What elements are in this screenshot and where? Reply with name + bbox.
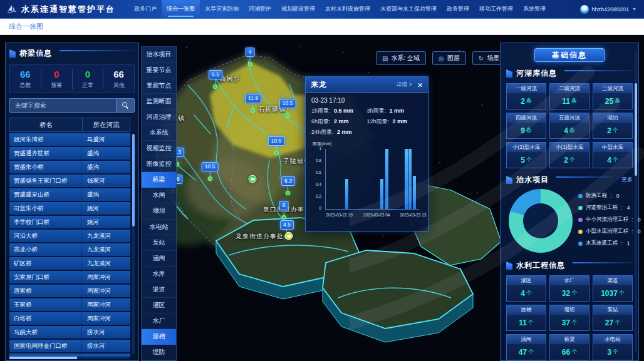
- table-vertical-scrollbar[interactable]: [132, 134, 135, 354]
- table-row[interactable]: 马跳大桥 捞水河: [9, 326, 130, 338]
- legend-colon: :: [610, 193, 613, 199]
- popup-body: 03-23 17:10 1h雨量: 0.5 mm 3h雨量: 1 mm 6h雨量…: [306, 93, 428, 220]
- camera-icon[interactable]: [285, 232, 293, 240]
- map-control-button[interactable]: ◎ 图层: [432, 51, 466, 65]
- camera-icon[interactable]: [249, 175, 257, 183]
- top-bar: 水系连通智慧管护平台 政务门户 综合一张图 水旱灾害防御 河湖管护 规划建设管理…: [0, 0, 644, 19]
- layer-menu-item[interactable]: 治水项目: [142, 47, 176, 63]
- popup-detail-link[interactable]: 详情 >: [396, 81, 412, 89]
- table-row[interactable]: 王家桥 周家冲河: [9, 298, 130, 311]
- station-marker[interactable]: 10.5: [202, 162, 219, 181]
- rainfall-reading: 1h雨量: 0.5 mm: [311, 107, 367, 115]
- scrollbar-thumb[interactable]: [635, 83, 637, 176]
- right-panel-scrollbar[interactable]: [635, 51, 637, 353]
- table-row[interactable]: 贾盛朱小桥 盛沟: [9, 161, 130, 173]
- nav-item[interactable]: 移动工作管理: [474, 0, 518, 18]
- station-marker[interactable]: 11.9: [245, 94, 261, 113]
- scrollbar-thumb[interactable]: [132, 134, 135, 226]
- search-button[interactable]: [116, 98, 135, 113]
- nav-item[interactable]: 农村水利设施管理: [320, 0, 375, 18]
- layer-menu-item[interactable]: 河道治理: [142, 109, 176, 125]
- station-marker[interactable]: 4: [246, 48, 255, 66]
- layer-menu-item[interactable]: 泵站: [142, 235, 176, 251]
- rivers-lakes-section: 河湖库信息 一级河流 2 条 二级河流: [506, 68, 633, 168]
- station-marker[interactable]: 6.5: [209, 70, 222, 89]
- layer-menu-item[interactable]: 渠道: [142, 282, 176, 298]
- search-input[interactable]: [9, 98, 116, 113]
- table-row[interactable]: 贾盛锦鱼王家门口桥 钱家河: [9, 175, 130, 187]
- nav-item[interactable]: 河湖管护: [244, 0, 276, 18]
- table-horizontal-scrollbar[interactable]: [9, 357, 130, 359]
- table-row[interactable]: 贾盛通齐世桥 盛沟: [9, 147, 130, 160]
- table-row[interactable]: 唐家桥 周家冲河: [9, 285, 130, 297]
- table-row[interactable]: 高龙小桥 九龙溪河: [9, 243, 130, 256]
- rain-bar: [345, 179, 348, 209]
- table-row[interactable]: 李学校门口桥 姚河: [9, 216, 130, 228]
- rainfall-value: 2 mm: [393, 118, 408, 125]
- close-icon[interactable]: ×: [417, 80, 423, 89]
- table-row[interactable]: 白塔桥 周家冲河: [9, 312, 130, 325]
- layer-menu-item[interactable]: 景观节点: [142, 78, 176, 94]
- layer-menu-item[interactable]: 重要节点: [142, 63, 176, 78]
- tile-label: 渡槽: [507, 305, 546, 315]
- river-cell: 盛沟: [81, 147, 130, 160]
- section-divider: [556, 176, 614, 178]
- table-row[interactable]: 姚河朱湾桥 马盛河: [9, 133, 130, 146]
- layer-menu-item[interactable]: 灌区: [142, 298, 176, 313]
- x-tick: 2023-03-23 13: [400, 213, 426, 217]
- map-control-button[interactable]: ▤ 水系: 全域: [376, 51, 426, 65]
- nav-item[interactable]: 规划建设管理: [276, 0, 320, 18]
- table-row[interactable]: 国家电网理金门口桥 捞水河: [9, 340, 130, 352]
- nav-item[interactable]: 政务管理: [442, 0, 474, 18]
- basic-info-tab-button[interactable]: 基础信息: [534, 48, 605, 62]
- bridge-name-cell: 贾盛锦鱼王家门口桥: [9, 175, 81, 187]
- engineering-section: 水利工程信息 灌区 4 个 水厂: [506, 260, 633, 360]
- nav-item[interactable]: 政务门户: [129, 0, 162, 18]
- map-control-label: 场景: [487, 54, 499, 63]
- layer-menu-item[interactable]: 水厂: [142, 313, 176, 329]
- table-row[interactable]: 安家屋门口桥 周家冲河: [9, 271, 130, 283]
- more-link[interactable]: 更多: [621, 176, 633, 184]
- nav-item[interactable]: 水旱灾害防御: [200, 0, 244, 18]
- tile-label: 四级河流: [507, 113, 546, 123]
- station-marker[interactable]: 6.3: [281, 176, 295, 195]
- layer-menu-item[interactable]: 水库: [142, 267, 176, 282]
- layer-menu-item[interactable]: 涵闸: [142, 251, 176, 267]
- bridge-name-cell: 司堂朱小桥: [9, 202, 81, 215]
- table-row[interactable]: 矿区桥 九龙溪河: [9, 257, 130, 270]
- marker-dot-icon: [213, 84, 217, 89]
- layer-menu-item[interactable]: 水电站: [142, 220, 176, 235]
- table-row[interactable]: 司堂朱小桥 姚河: [9, 202, 130, 215]
- layer-menu-item[interactable]: 渡槽: [142, 329, 176, 345]
- tile-value: 3: [607, 348, 611, 357]
- layer-menu-item[interactable]: 图像监控: [142, 156, 176, 172]
- scrollbar-thumb[interactable]: [9, 357, 77, 359]
- rainfall-value: 2 mm: [337, 129, 352, 135]
- nav-item[interactable]: 系统管理: [518, 0, 551, 18]
- station-marker[interactable]: 10.5: [279, 99, 296, 118]
- stat-tile: 五级河流 4 条: [549, 113, 589, 139]
- layer-menu-item[interactable]: 堰坝: [142, 203, 176, 219]
- layer-menu-item[interactable]: 水闸: [142, 188, 176, 203]
- river-cell: 姚河: [81, 216, 130, 228]
- layer-menu-item[interactable]: 桥梁: [142, 172, 176, 188]
- legend-value: 1: [627, 240, 630, 247]
- camera-glyph: [287, 235, 291, 237]
- table-row[interactable]: 贾盛盛泉山桥 盛沟: [9, 188, 130, 201]
- station-marker[interactable]: 10.5: [268, 136, 285, 155]
- stat-value: 66: [103, 69, 134, 79]
- stat-tile: 三级河流 25 条: [593, 83, 633, 109]
- y-tick: 0.6: [316, 170, 321, 175]
- layer-menu-item[interactable]: 水系线: [142, 125, 176, 141]
- layer-menu-item[interactable]: 视频监控: [142, 141, 176, 156]
- nav-item[interactable]: 综合一张图: [162, 0, 200, 18]
- tile-unit: 个: [571, 348, 577, 356]
- layer-menu-item[interactable]: 堤防: [142, 345, 176, 360]
- section-corner-icon: [506, 262, 512, 270]
- layer-menu-item[interactable]: 监测断面: [142, 94, 176, 109]
- nav-item[interactable]: 水资源与水土保持管理: [375, 0, 442, 18]
- stat-tile: 渠道 1037 个: [593, 275, 633, 302]
- table-row[interactable]: 河沿大桥 九龙溪河: [9, 230, 130, 242]
- user-menu[interactable]: hhzb42080201 ▼: [580, 5, 637, 14]
- station-marker[interactable]: 6: [279, 201, 289, 220]
